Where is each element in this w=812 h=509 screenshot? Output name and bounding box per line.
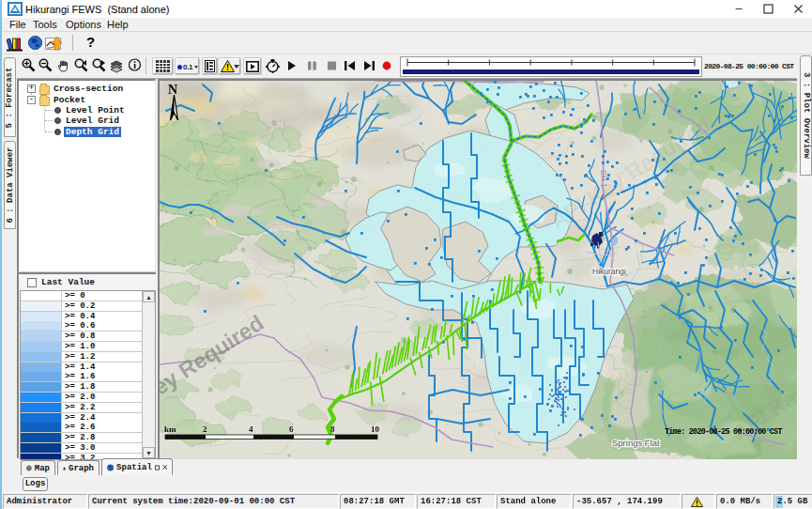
svg-text:km: km xyxy=(164,424,176,434)
svg-text:N: N xyxy=(168,83,177,97)
svg-text:4: 4 xyxy=(249,424,253,434)
svg-text:10: 10 xyxy=(371,424,380,434)
svg-text:8: 8 xyxy=(330,424,335,434)
svg-text:6: 6 xyxy=(289,424,294,434)
svg-text:2: 2 xyxy=(203,424,207,434)
svg-text:Time: 2020-08-25 00:00:00 CST: Time: 2020-08-25 00:00:00 CST xyxy=(665,427,782,437)
